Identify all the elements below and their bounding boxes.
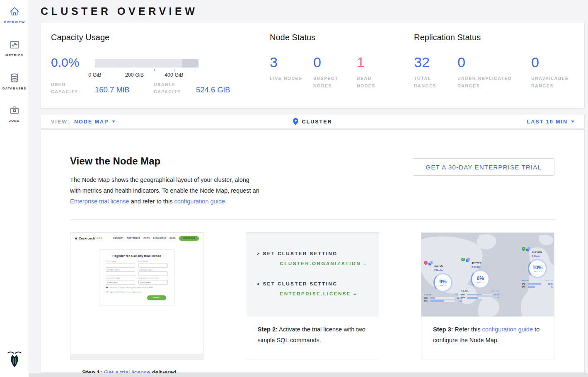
minisite-field: PROJECT PHASEPlease Select	[106, 278, 135, 285]
dead-nodes-value: 1	[357, 55, 391, 70]
description-text: and refer to this	[129, 198, 174, 205]
step2-card: > SET CLUSTER SETTING CLUSTER.ORGANIZATI…	[246, 232, 379, 360]
unavailable-ranges-stat: 0 UNAVAILABLE RANGES	[531, 55, 580, 89]
dead-badge-icon: !	[424, 261, 428, 265]
sidebar: OVERVIEW METRICS DATABASES	[0, 0, 29, 377]
minisite-nav-item: BLOG	[169, 237, 176, 239]
checkbox-checked-icon	[106, 287, 108, 289]
view-dropdown-value: NODE MAP	[74, 119, 109, 125]
minisite-brand-suffix: LABS	[96, 237, 102, 239]
checkbox-empty-icon	[106, 291, 108, 293]
sidebar-item-overview[interactable]: OVERVIEW	[0, 6, 29, 24]
capacity-ring: 9% CAPACITY	[433, 273, 452, 292]
sidebar-item-label: METRICS	[0, 53, 29, 57]
suspect-nodes-value: 0	[313, 55, 347, 70]
total-ranges-value: 32	[414, 55, 448, 70]
step1-card: Cockroach LABS PRODUCT CUSTOMERS DOCS RE…	[70, 232, 203, 360]
enterprise-trial-license-link[interactable]: Enterprise trial license	[70, 198, 129, 205]
metrics-icon	[9, 39, 20, 51]
suspect-nodes-stat: 0 SUSPECT NODES	[313, 55, 347, 89]
minisite-field: LAST NAME	[138, 261, 168, 268]
home-icon	[9, 6, 20, 17]
breadcrumb[interactable]: CLUSTER	[293, 118, 332, 125]
configuration-guide-link[interactable]: configuration guide	[482, 326, 533, 333]
step3-card: ! geo=sfo2 Nodes 9% CAPACITY 3.2 GiB331 …	[421, 232, 554, 360]
node-map-description: The Node Map shows the geographical layo…	[70, 174, 260, 207]
used-capacity-label: USED CAPACITY	[51, 81, 87, 95]
cluster-overview-page: OVERVIEW METRICS DATABASES	[0, 0, 588, 377]
prompt-symbol: >	[257, 281, 261, 286]
sidebar-item-databases[interactable]: DATABASES	[0, 72, 29, 90]
total-ranges-label: TOTAL RANGES	[414, 75, 448, 89]
sidebar-item-metrics[interactable]: METRICS	[0, 39, 29, 57]
minisite-download-button: DOWNLOAD	[179, 236, 199, 241]
step2-caption: Step 2: Activate the trial license with …	[246, 317, 379, 346]
sidebar-item-label: OVERVIEW	[0, 20, 29, 24]
under-replicated-ranges-value: 0	[457, 55, 531, 70]
sql-command: > SET CLUSTER SETTING CLUSTER.ORGANIZATI…	[257, 251, 379, 266]
minisite-registration-form: Register for a 30-day trial license FIRS…	[99, 249, 174, 305]
minisite-form-title: Register for a 30-day trial license	[106, 254, 168, 258]
replication-status-title: Replication Status	[414, 33, 481, 42]
cockroach-bug-icon	[75, 237, 77, 240]
nodes-cube-icon	[428, 261, 433, 266]
configuration-guide-link[interactable]: configuration guide	[174, 198, 225, 205]
cockroachdb-logo	[0, 349, 29, 370]
node-map-panel: View the Node Map The Node Map shows the…	[41, 129, 585, 373]
minisite-brand-name: Cockroach	[79, 237, 95, 240]
map-node-nyc: ✓ geo=nyc2 Nodes 6% CAPACITY 3.7 GiB43.7…	[461, 258, 499, 299]
live-nodes-label: LIVE NODES	[270, 75, 304, 82]
sql-command: > SET CLUSTER SETTING ENTERPRISE.LICENSE…	[257, 281, 379, 296]
enterprise-trial-button[interactable]: GET A 30-DAY ENTERPRISE TRIAL	[413, 158, 554, 176]
step3-caption: Step 3: Refer this configuration guide t…	[421, 317, 554, 346]
unavailable-ranges-label: UNAVAILABLE RANGES	[531, 75, 580, 89]
live-nodes-value: 3	[270, 55, 304, 70]
minisite-agree-checkbox: I agree to the Software License Agreemen…	[106, 291, 168, 293]
dead-nodes-stat: 1 DEAD NODES	[357, 55, 391, 89]
live-badge-icon: ✓	[522, 247, 525, 251]
minisite-nav-item: CUSTOMERS	[127, 237, 140, 239]
view-selector-group: VIEW: NODE MAP	[51, 119, 293, 125]
usable-capacity-label: USABLE CAPACITY	[154, 81, 194, 95]
sidebar-item-jobs[interactable]: JOBS	[0, 104, 29, 123]
steps-cards: Cockroach LABS PRODUCT CUSTOMERS DOCS RE…	[70, 232, 554, 360]
capacity-usage-title: Capacity Usage	[51, 33, 109, 42]
total-ranges-stat: 32 TOTAL RANGES	[414, 55, 448, 89]
used-capacity-value: 160.7 MiB	[95, 85, 129, 94]
description-text: .	[225, 198, 227, 205]
minisite-brand: Cockroach LABS	[75, 237, 102, 240]
minisite-header: Cockroach LABS PRODUCT CUSTOMERS DOCS RE…	[70, 233, 203, 244]
view-label: VIEW:	[51, 119, 70, 125]
node-map-title: View the Node Map	[70, 155, 160, 167]
dead-nodes-label: DEAD NODES	[357, 75, 391, 89]
description-text: The Node Map shows the geographical layo…	[70, 176, 259, 194]
capacity-ring: 10% CAPACITY	[528, 259, 547, 278]
minisite-optin-checkbox: I would like to receive email updates ab…	[106, 287, 168, 289]
section-divider	[70, 219, 554, 220]
license-agreement-link: Software License Agreement.	[119, 291, 142, 293]
unavailable-ranges-value: 0	[531, 55, 580, 70]
step3-label: Step 3:	[433, 326, 453, 333]
gauge-tick-label: 0 GiB	[88, 72, 101, 78]
minisite-nav-item: PRODUCT	[113, 237, 123, 239]
page-title: CLUSTER OVERVIEW	[41, 5, 198, 17]
node-status-title: Node Status	[270, 33, 315, 42]
nodes-cube-icon	[466, 258, 470, 262]
minisite-field: REASON FOR INTERESTPlease Select	[138, 278, 168, 285]
sidebar-item-label: JOBS	[0, 119, 29, 123]
live-nodes-stat: 3 LIVE NODES	[270, 55, 304, 82]
map-node-ams: ✓ geo=ams1 Node 10% CAPACITY 3.6 GiB36.4…	[522, 247, 553, 288]
capacity-percent: 0.0%	[51, 56, 79, 70]
gauge-tick-label: 200 GiB	[125, 72, 144, 78]
time-range-dropdown[interactable]: LAST 10 MIN	[527, 119, 574, 125]
chevron-down-icon	[571, 121, 574, 123]
database-icon	[9, 72, 20, 84]
view-bar: VIEW: NODE MAP CLUSTER LAST 10 MIN	[41, 115, 585, 128]
view-dropdown[interactable]: NODE MAP	[74, 119, 115, 125]
chevron-down-icon	[112, 121, 115, 123]
step2-label: Step 2:	[258, 326, 278, 333]
capacity-gauge	[95, 59, 198, 68]
capacity-gauge-labels: 0 GiB 200 GiB 400 GiB	[95, 72, 198, 78]
trial-registration-screenshot: Cockroach LABS PRODUCT CUSTOMERS DOCS RE…	[70, 233, 203, 360]
time-range-value: LAST 10 MIN	[527, 119, 568, 125]
